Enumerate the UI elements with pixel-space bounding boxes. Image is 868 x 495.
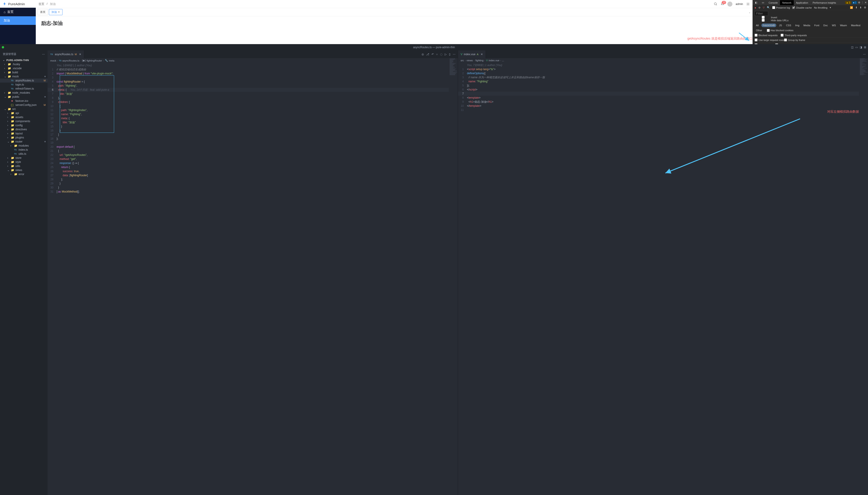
- devtools-device-icon[interactable]: ▭: [760, 0, 766, 5]
- nav-fuel[interactable]: 加油: [0, 16, 36, 25]
- disable-cache-checkbox[interactable]: Disable cache: [792, 6, 812, 9]
- download-icon[interactable]: ⬇: [859, 6, 862, 9]
- more-icon[interactable]: ⋯: [863, 53, 866, 56]
- tree-item[interactable]: { }serverConfig.jsonM: [0, 103, 48, 107]
- tree-item[interactable]: ›📁.vscode: [0, 66, 48, 70]
- type-filter[interactable]: Font: [813, 23, 821, 27]
- tree-item[interactable]: ⌄📁public: [0, 95, 48, 99]
- tab-application[interactable]: Application: [794, 0, 811, 5]
- tree-item[interactable]: ⌄📁views: [0, 168, 48, 172]
- action-icon[interactable]: ○: [436, 53, 438, 56]
- tab-network[interactable]: Network: [780, 0, 794, 5]
- minimap[interactable]: [859, 58, 868, 495]
- action-icon[interactable]: ◌: [440, 53, 443, 56]
- editor-tab-asyncroutes[interactable]: TS asyncRoutes.ts M ✕: [48, 50, 84, 58]
- tree-item[interactable]: TSlogin.ts: [0, 83, 48, 87]
- tab-console[interactable]: Console: [766, 0, 780, 5]
- action-icon[interactable]: ↶: [432, 53, 434, 56]
- type-filter[interactable]: WS: [831, 23, 837, 27]
- type-filter[interactable]: Other: [755, 29, 764, 32]
- clear-icon[interactable]: ⊘: [758, 6, 761, 9]
- chevron-down-icon[interactable]: ▾: [830, 6, 831, 9]
- tree-item[interactable]: TSutils.ts: [0, 152, 48, 156]
- filter-icon[interactable]: ▽: [763, 6, 765, 9]
- gear-icon[interactable]: [746, 2, 750, 6]
- info-badge[interactable]: ■ 1: [852, 1, 857, 4]
- type-filter[interactable]: JS: [778, 23, 783, 27]
- minimap[interactable]: [449, 58, 458, 495]
- blocked-cookies-checkbox[interactable]: Has blocked cookies: [767, 29, 794, 32]
- avatar[interactable]: [728, 2, 732, 6]
- action-icon[interactable]: ▷: [445, 53, 447, 56]
- tree-item[interactable]: TSrefreshToken.ts: [0, 87, 48, 91]
- settings-icon[interactable]: ⚙: [864, 6, 866, 9]
- editor-tab-index-vue[interactable]: V index.vue A ✕: [458, 50, 486, 58]
- tree-item[interactable]: ›📁layout: [0, 132, 48, 136]
- tab-performance[interactable]: Performance insights: [811, 0, 838, 5]
- tree-item[interactable]: ⌄📁src: [0, 107, 48, 111]
- action-icon[interactable]: ⎇: [426, 53, 429, 56]
- tree-item[interactable]: TSindex.ts: [0, 148, 48, 152]
- layout-icon[interactable]: ◨: [859, 46, 862, 49]
- devtools-inspect-icon[interactable]: ◧: [753, 0, 760, 5]
- tree-item[interactable]: ›📁components: [0, 119, 48, 123]
- tree-item[interactable]: ›📁node_modules: [0, 91, 48, 95]
- layout-icon[interactable]: ▭: [855, 46, 858, 49]
- logo[interactable]: PureAdmin: [0, 0, 36, 8]
- close-tab-icon[interactable]: ✕: [481, 53, 483, 56]
- upload-icon[interactable]: ⬆: [855, 6, 857, 9]
- breadcrumbs[interactable]: mock› TS asyncRoutes.ts› [◉] fightingRou…: [48, 58, 458, 63]
- throttling-select[interactable]: No throttling: [814, 6, 828, 9]
- tree-item[interactable]: ⌄📁router: [0, 140, 48, 144]
- blocked-requests-checkbox[interactable]: Blocked requests: [755, 34, 778, 37]
- third-party-checkbox[interactable]: Third-party requests: [781, 34, 807, 37]
- page-tab[interactable]: 首页: [37, 9, 48, 15]
- breadcrumbs[interactable]: src› views› fighting› V index.vue› ...: [458, 58, 868, 63]
- preserve-log-checkbox[interactable]: Preserve log: [772, 6, 790, 9]
- tree-item[interactable]: ›📁style: [0, 160, 48, 164]
- more-icon[interactable]: ⋯: [42, 53, 45, 56]
- layout-icon[interactable]: ⊞: [864, 46, 866, 49]
- hide-data-urls-checkbox[interactable]: Hide data URLs: [756, 19, 866, 22]
- large-rows-checkbox[interactable]: Use large request rows: [755, 38, 784, 41]
- tree-item[interactable]: ›📁build: [0, 70, 48, 74]
- type-filter[interactable]: Doc: [822, 23, 829, 27]
- code-editor[interactable]: You, 1秒钟前 | 1 author (You)1// 模拟后端动态生成路由…: [48, 63, 458, 495]
- search-icon[interactable]: 🔍: [767, 6, 770, 9]
- more-icon[interactable]: ⋮: [861, 1, 864, 4]
- tree-item[interactable]: ★favicon.ico: [0, 99, 48, 103]
- username[interactable]: admin: [736, 2, 743, 6]
- tree-item[interactable]: ›📁store: [0, 156, 48, 160]
- bell-icon[interactable]: 13: [721, 2, 724, 6]
- close-icon[interactable]: ✕: [865, 1, 867, 4]
- traffic-green-icon[interactable]: [2, 46, 4, 48]
- wifi-icon[interactable]: 📶: [850, 6, 853, 9]
- gear-icon[interactable]: ⚙: [858, 1, 860, 4]
- more-icon[interactable]: ⋯: [453, 53, 455, 56]
- close-icon[interactable]: ✕: [58, 11, 60, 14]
- tree-item[interactable]: ›📁utils: [0, 164, 48, 168]
- type-filter[interactable]: CSS: [785, 23, 792, 27]
- action-icon[interactable]: ◎: [421, 53, 424, 56]
- tree-item[interactable]: ›📁api: [0, 111, 48, 115]
- type-filter[interactable]: Media: [802, 23, 812, 27]
- tree-item[interactable]: ›📁plugins: [0, 136, 48, 140]
- tree-item[interactable]: ›📁directives: [0, 127, 48, 132]
- type-filter[interactable]: All: [755, 23, 760, 27]
- tab-dropdown-icon[interactable]: ⌄: [749, 11, 751, 14]
- type-filter[interactable]: Img: [794, 23, 801, 27]
- layout-icon[interactable]: ◫: [851, 46, 853, 49]
- type-filter[interactable]: Wasm: [838, 23, 848, 27]
- tree-item[interactable]: ›📁error: [0, 172, 48, 176]
- type-filter[interactable]: Manifest: [850, 23, 862, 27]
- tree-item[interactable]: ›📁config: [0, 123, 48, 127]
- warning-badge[interactable]: ▲ 1: [845, 1, 851, 4]
- tree-item[interactable]: ›📁.husky: [0, 62, 48, 66]
- record-icon[interactable]: ●: [755, 6, 756, 9]
- action-icon[interactable]: ▯: [449, 53, 451, 56]
- page-tab[interactable]: 加油✕: [49, 9, 63, 15]
- tree-item[interactable]: ›📁modules: [0, 144, 48, 148]
- filter-input[interactable]: [755, 11, 768, 16]
- tree-item[interactable]: ›📁assets: [0, 115, 48, 119]
- group-frame-checkbox[interactable]: Group by frame: [784, 38, 805, 41]
